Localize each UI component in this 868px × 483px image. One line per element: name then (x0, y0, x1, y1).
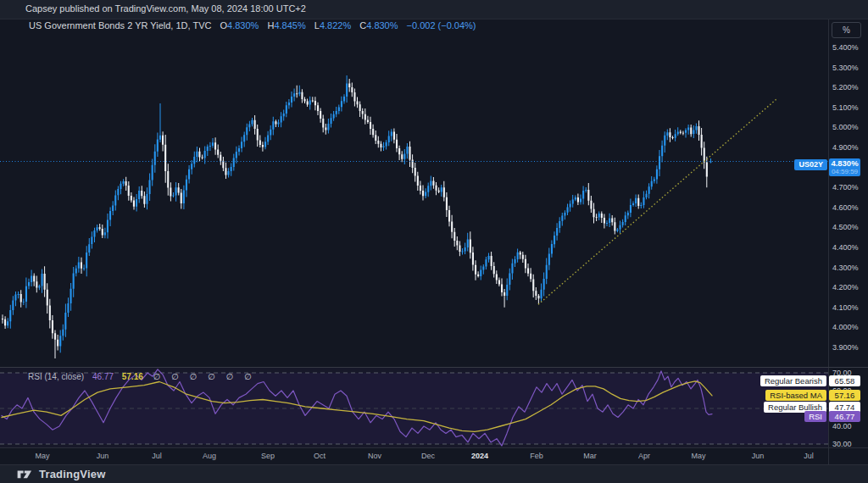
footer-bar: TradingView (0, 464, 868, 483)
badge-value: 57.16 (829, 390, 860, 401)
ascending-trendline[interactable] (538, 98, 777, 304)
badge-regular-bearish: Regular Bearish (760, 375, 826, 386)
rsi-indicator-legend: RSI (14, close) 46.77 57.16 ∅ ∅ ∅ ∅ ∅ ∅ (28, 372, 256, 381)
rsi-ma-current-value: 57.16 (122, 372, 143, 381)
price-tick-label: 3.900% (832, 343, 859, 352)
price-tick-label: 5.100% (832, 103, 859, 112)
price-tick-label: 4.700% (832, 183, 859, 192)
time-tick-label: Feb (530, 452, 543, 460)
price-tick-label: 5.000% (832, 123, 859, 131)
time-tick-label: Apr (638, 452, 650, 460)
rsi-tick-label: 40.00 (832, 422, 852, 430)
hidden-values-glyphs: ∅ ∅ ∅ ∅ ∅ ∅ (153, 372, 256, 381)
time-tick-label: Sep (261, 452, 275, 460)
header-bar: Capsey published on TradingView.com, May… (0, 0, 868, 19)
time-tick-label: Jul (804, 452, 814, 460)
time-axis-border (0, 447, 868, 448)
percent-unit-button[interactable]: % (832, 22, 861, 38)
low-value: 4.822% (320, 20, 351, 31)
pane-separator[interactable] (0, 367, 868, 368)
open-value: 4.830% (227, 20, 259, 31)
time-tick-label: Jul (152, 452, 162, 460)
time-tick-label: Dec (421, 452, 435, 460)
time-tick-label: Mar (583, 452, 597, 460)
symbol-title: US Government Bonds 2 YR Yield, 1D, TVC (29, 20, 211, 31)
chart-canvas[interactable] (0, 0, 868, 483)
badge-value: 65.58 (829, 375, 860, 386)
price-tick-label: 4.000% (832, 323, 859, 331)
high-value: 4.845% (274, 20, 305, 31)
change-value: −0.002 (−0.04%) (407, 20, 476, 31)
badge-value: 46.77 (829, 411, 860, 422)
time-tick-label: Oct (314, 452, 326, 460)
bar-countdown: 04:59:59 (829, 169, 860, 175)
time-tick-label: Aug (203, 452, 216, 460)
price-tick-label: 4.900% (832, 143, 859, 152)
time-tick-label: Jun (752, 452, 765, 460)
symbol-legend: US Government Bonds 2 YR Yield, 1D, TVC … (29, 20, 476, 31)
time-tick-label: Jun (97, 452, 109, 460)
time-tick-label: Nov (368, 452, 381, 460)
rsi-current-value: 46.77 (92, 372, 114, 381)
tradingview-logo-text[interactable]: TradingView (39, 468, 106, 480)
badge-rsi-based-ma: RSI-based MA (765, 390, 826, 401)
time-tick-label: 2024 (471, 452, 488, 460)
price-tick-label: 4.200% (832, 283, 859, 291)
price-tick-label: 4.400% (832, 243, 859, 252)
symbol-price-tag: US02Y (794, 159, 827, 170)
time-tick-label: May (35, 452, 49, 460)
price-tick-label: 5.300% (832, 64, 859, 72)
price-tick-label: 4.300% (832, 264, 859, 272)
close-value: 4.830% (366, 20, 398, 31)
rsi-title: RSI (14, close) (28, 372, 84, 381)
close-label: C (359, 20, 366, 31)
open-label: O (220, 20, 227, 31)
tradingview-published-chart: Capsey published on TradingView.com, May… (0, 0, 868, 483)
time-tick-label: May (691, 452, 705, 460)
price-tick-label: 4.600% (832, 203, 859, 212)
published-info: Capsey published on TradingView.com, May… (25, 3, 306, 14)
tradingview-logo-icon[interactable] (17, 469, 33, 480)
badge-rsi: RSI (804, 411, 826, 422)
last-price-label: 4.830% 04:59:59 (829, 158, 860, 176)
up-candles (7, 75, 712, 353)
price-tick-label: 5.400% (832, 43, 859, 52)
price-tick-label: 4.500% (832, 223, 859, 231)
price-tick-label: 4.100% (832, 303, 859, 312)
price-tick-label: 5.200% (832, 83, 859, 92)
